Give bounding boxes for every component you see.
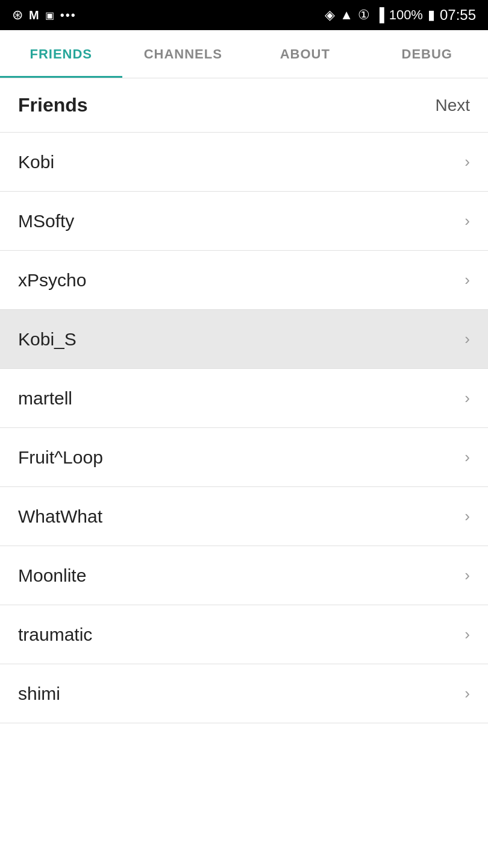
clock: 07:55 [440,7,476,24]
friend-name: Kobi_S [18,329,77,350]
tab-friends[interactable]: FRIENDS [0,30,122,78]
chevron-right-icon: › [465,507,470,526]
friend-name: Kobi [18,152,54,172]
wifi-icon: ▲ [340,7,353,23]
more-icon: ••• [60,8,77,22]
dalect-icon: ▣ [45,10,54,21]
chevron-right-icon: › [465,684,470,703]
status-icons-left: ⊛ M ▣ ••• [12,7,77,23]
chevron-right-icon: › [465,271,470,289]
location-icon: ◈ [325,7,335,23]
chevron-right-icon: › [465,212,470,230]
list-item[interactable]: Kobi › [0,133,488,192]
friend-name: Moonlite [18,565,86,586]
list-item[interactable]: xPsycho › [0,251,488,310]
page-title: Friends [18,94,88,116]
friend-name: martell [18,388,72,409]
list-item[interactable]: traumatic › [0,605,488,664]
chevron-right-icon: › [465,330,470,348]
tab-debug[interactable]: DEBUG [366,30,489,78]
battery-icon: ▮ [428,7,435,23]
chevron-right-icon: › [465,389,470,407]
list-item[interactable]: martell › [0,369,488,428]
next-button[interactable]: Next [435,96,470,115]
whatsapp-icon: ⊛ [12,7,23,23]
chevron-right-icon: › [465,566,470,585]
list-item[interactable]: Fruit^Loop › [0,428,488,487]
tab-about[interactable]: ABOUT [244,30,366,78]
list-item[interactable]: shimi › [0,664,488,723]
tab-bar: FRIENDS CHANNELS ABOUT DEBUG [0,30,488,78]
gmail-icon: M [29,8,39,22]
list-item[interactable]: Moonlite › [0,546,488,605]
status-icons-right: ◈ ▲ ① ▐ 100% ▮ 07:55 [325,7,476,24]
friend-name: xPsycho [18,270,86,291]
page-header: Friends Next [0,78,488,133]
signal-icon: ▐ [375,7,384,23]
sim-icon: ① [358,7,370,23]
list-item[interactable]: WhatWhat › [0,487,488,546]
tab-channels[interactable]: CHANNELS [122,30,245,78]
list-item[interactable]: MSofty › [0,192,488,251]
friend-name: Fruit^Loop [18,447,103,468]
friend-name: WhatWhat [18,506,102,527]
chevron-right-icon: › [465,153,470,171]
chevron-right-icon: › [465,625,470,644]
friend-name: shimi [18,684,60,704]
friends-list: Kobi › MSofty › xPsycho › Kobi_S › marte… [0,133,488,723]
battery-text: 100% [389,7,423,23]
friend-name: traumatic [18,624,92,645]
status-bar: ⊛ M ▣ ••• ◈ ▲ ① ▐ 100% ▮ 07:55 [0,0,488,30]
list-item[interactable]: Kobi_S › [0,310,488,369]
friend-name: MSofty [18,211,74,231]
chevron-right-icon: › [465,448,470,467]
